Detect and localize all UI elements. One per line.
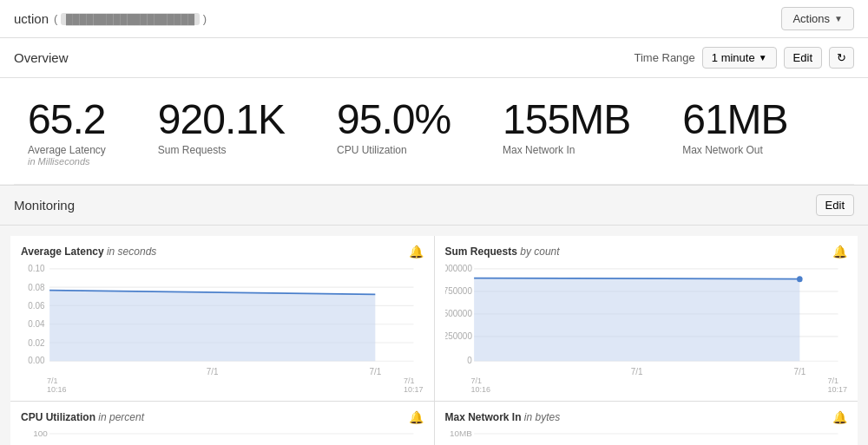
metric-item: 95.0% CPU Utilization (337, 99, 450, 156)
monitoring-title: Monitoring (14, 198, 75, 213)
metric-item: 65.2 Average Latency in Milliseconds (28, 99, 106, 167)
svg-text:500000: 500000 (445, 309, 472, 318)
chart-card: Average Latency in seconds 🔔 0.10 0.08 0… (10, 236, 434, 401)
x-axis: 7/110:16 7/110:17 (471, 376, 848, 394)
bell-icon[interactable]: 🔔 (832, 410, 847, 424)
actions-button[interactable]: Actions ▼ (781, 7, 854, 30)
metric-item: 155MB Max Network In (503, 99, 630, 156)
metric-item: 61MB Max Network Out (682, 99, 787, 156)
monitoring-edit-button[interactable]: Edit (816, 194, 854, 216)
chevron-down-icon: ▼ (834, 14, 843, 23)
time-range-value: 1 minute (712, 51, 755, 64)
chart-area: 10MB (445, 429, 848, 445)
overview-edit-button[interactable]: Edit (784, 47, 822, 69)
metrics-overview: 65.2 Average Latency in Milliseconds 920… (0, 78, 868, 184)
x-label-start: 7/110:16 (47, 376, 67, 394)
x-label-end: 7/110:17 (404, 376, 424, 394)
metric-sublabel: in Milliseconds (28, 156, 90, 167)
svg-text:0.00: 0.00 (28, 355, 45, 364)
svg-text:750000: 750000 (445, 286, 472, 296)
svg-marker-12 (49, 291, 375, 362)
chart-subtitle: in percent (98, 411, 144, 423)
svg-text:0.02: 0.02 (28, 337, 45, 347)
chart-card: Sum Requests by count 🔔 1000000 750000 5… (435, 236, 858, 401)
chart-subtitle: by count (520, 245, 559, 258)
chevron-down-icon: ▼ (759, 53, 767, 62)
bell-icon[interactable]: 🔔 (409, 410, 424, 424)
x-label-start: 7/110:16 (471, 376, 491, 394)
metric-label: Max Network Out (682, 144, 763, 156)
actions-label: Actions (792, 12, 830, 25)
chart-card: CPU Utilization in percent 🔔 100 50 (10, 402, 434, 445)
svg-text:10MB: 10MB (449, 429, 471, 438)
metric-label: Sum Requests (158, 144, 227, 156)
chart-title: Average Latency in seconds (21, 245, 156, 258)
svg-text:0: 0 (467, 355, 472, 364)
svg-text:7/1: 7/1 (207, 366, 219, 376)
time-range-button[interactable]: 1 minute ▼ (702, 47, 777, 69)
metric-label: CPU Utilization (337, 144, 407, 156)
svg-text:7/1: 7/1 (369, 366, 381, 376)
chart-area: 100 50 (21, 429, 424, 445)
metric-value: 920.1K (158, 99, 285, 141)
chart-card-header: Average Latency in seconds 🔔 (21, 245, 424, 258)
time-range-label: Time Range (634, 51, 694, 64)
svg-text:0.08: 0.08 (28, 282, 45, 291)
chart-subtitle: in seconds (107, 245, 156, 258)
svg-text:7/1: 7/1 (793, 366, 806, 376)
chart-area: 1000000 750000 500000 250000 0 7/1 7/1 (445, 264, 848, 376)
chart-title: Max Network In in bytes (445, 411, 561, 423)
overview-title: Overview (14, 50, 69, 65)
metric-value: 61MB (682, 99, 787, 141)
bell-icon[interactable]: 🔔 (832, 245, 847, 258)
chart-title: Sum Requests by count (445, 245, 560, 258)
header-subtitle: ( ███████████████████ ) (54, 12, 207, 25)
x-axis: 7/110:16 7/110:17 (47, 376, 424, 394)
metric-value: 65.2 (28, 99, 105, 141)
chart-card: Max Network In in bytes 🔔 10MB (435, 402, 858, 445)
svg-text:100: 100 (33, 429, 48, 438)
svg-text:1000000: 1000000 (445, 264, 472, 273)
svg-text:0.04: 0.04 (28, 319, 45, 329)
metric-item: 920.1K Sum Requests (158, 99, 285, 156)
overview-section-header: Overview Time Range 1 minute ▼ Edit ↻ (0, 38, 868, 78)
refresh-button[interactable]: ↻ (829, 47, 854, 69)
svg-text:0.06: 0.06 (28, 301, 45, 311)
x-label-end: 7/110:17 (827, 376, 847, 394)
charts-grid: Average Latency in seconds 🔔 0.10 0.08 0… (10, 236, 858, 445)
svg-marker-25 (474, 278, 799, 362)
chart-area: 0.10 0.08 0.06 0.04 0.02 0.00 7/1 7/1 (21, 264, 424, 376)
svg-text:0.10: 0.10 (28, 264, 45, 273)
chart-subtitle: in bytes (524, 411, 560, 423)
bell-icon[interactable]: 🔔 (409, 245, 424, 258)
chart-card-header: Max Network In in bytes 🔔 (445, 410, 848, 424)
metric-value: 95.0% (337, 99, 450, 141)
header-bar: uction ( ███████████████████ ) Actions ▼ (0, 0, 868, 38)
monitoring-section-header: Monitoring Edit (0, 185, 868, 226)
svg-text:250000: 250000 (445, 331, 472, 341)
svg-text:7/1: 7/1 (630, 366, 642, 376)
time-range-controls: Time Range 1 minute ▼ Edit ↻ (634, 47, 854, 69)
chart-card-header: CPU Utilization in percent 🔔 (21, 410, 424, 424)
metric-label: Max Network In (503, 144, 575, 156)
page-title: uction (14, 11, 49, 26)
metric-label: Average Latency (28, 144, 106, 156)
chart-card-header: Sum Requests by count 🔔 (445, 245, 848, 258)
chart-title: CPU Utilization in percent (21, 411, 144, 423)
svg-point-26 (797, 276, 803, 282)
metric-value: 155MB (503, 99, 630, 141)
